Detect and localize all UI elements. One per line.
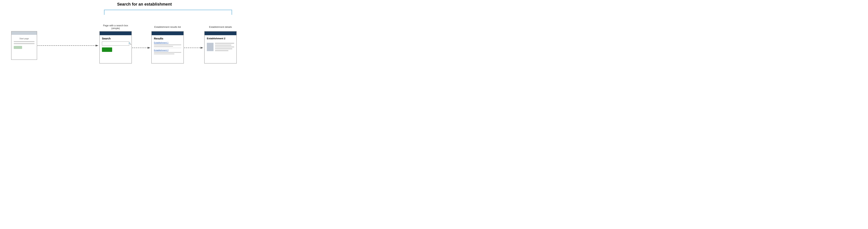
start-page-button xyxy=(14,46,22,49)
details-line3 xyxy=(215,46,234,47)
search-page-header xyxy=(100,32,131,35)
results-heading: Results xyxy=(154,37,181,40)
estab1-link[interactable]: Establishment 1 xyxy=(154,41,181,44)
start-page-line2 xyxy=(14,43,34,44)
search-page-content: Search 🔍 xyxy=(100,35,131,54)
result-divider xyxy=(154,48,181,48)
details-page-wireframe: Establishment 2 xyxy=(204,31,237,64)
search-input-row: 🔍 xyxy=(102,41,129,46)
start-page-wireframe: Start page xyxy=(11,31,37,60)
start-page-line1 xyxy=(14,41,34,42)
details-thumbnail xyxy=(207,43,214,51)
details-page-header xyxy=(205,32,236,35)
result1-line2 xyxy=(154,46,173,47)
estab2-link[interactable]: Establishment 2 xyxy=(154,49,181,51)
arrow3 xyxy=(184,46,204,50)
search-icon: 🔍 xyxy=(128,42,132,45)
svg-marker-5 xyxy=(200,47,203,49)
start-page-title: Start page xyxy=(11,37,37,40)
bracket-indicator xyxy=(104,10,232,15)
details-heading: Establishment 2 xyxy=(205,35,236,40)
search-page-wireframe: Search 🔍 xyxy=(99,31,132,64)
details-page-label: Establishment details xyxy=(204,26,237,28)
details-line4 xyxy=(215,48,232,49)
search-heading: Search xyxy=(102,37,129,40)
details-line2 xyxy=(215,45,231,46)
page-title: Search for an establishment xyxy=(0,2,289,7)
details-line5 xyxy=(215,50,228,51)
results-page-wireframe: Results Establishment 1 Establishment 2 xyxy=(151,31,184,64)
result1-line1 xyxy=(154,44,181,45)
results-page-content: Results Establishment 1 Establishment 2 xyxy=(152,35,183,57)
details-lines xyxy=(215,43,234,52)
diagram-container: Search for an establishment Page with a … xyxy=(0,0,289,76)
arrow2 xyxy=(132,46,151,50)
arrow1 xyxy=(37,44,99,47)
result2-line1 xyxy=(154,52,181,53)
search-input[interactable] xyxy=(102,42,128,45)
start-page-header xyxy=(11,32,37,35)
svg-marker-1 xyxy=(96,45,98,46)
search-page-label: Page with a search box(simple) xyxy=(99,24,132,30)
svg-marker-3 xyxy=(148,47,150,49)
search-submit-button xyxy=(102,47,112,52)
results-page-header xyxy=(152,32,183,35)
results-page-label: Establishment results list xyxy=(151,26,184,28)
result2-line2 xyxy=(154,53,174,54)
details-line1 xyxy=(215,43,234,44)
details-content xyxy=(205,41,236,54)
